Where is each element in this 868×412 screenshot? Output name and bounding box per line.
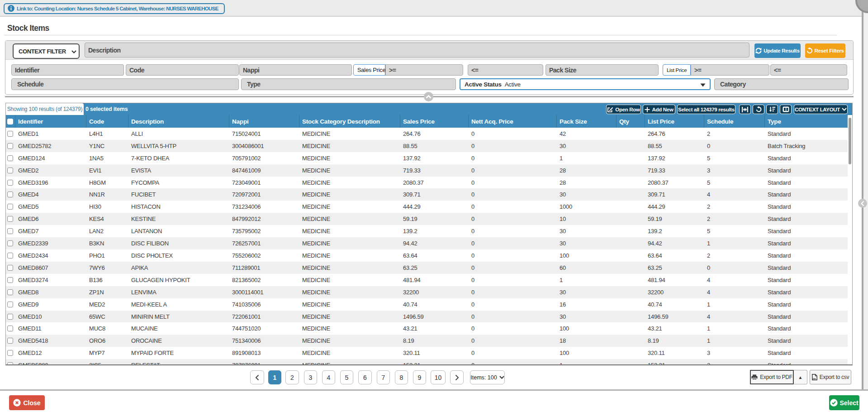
svg-text:csv: csv [812,378,816,380]
